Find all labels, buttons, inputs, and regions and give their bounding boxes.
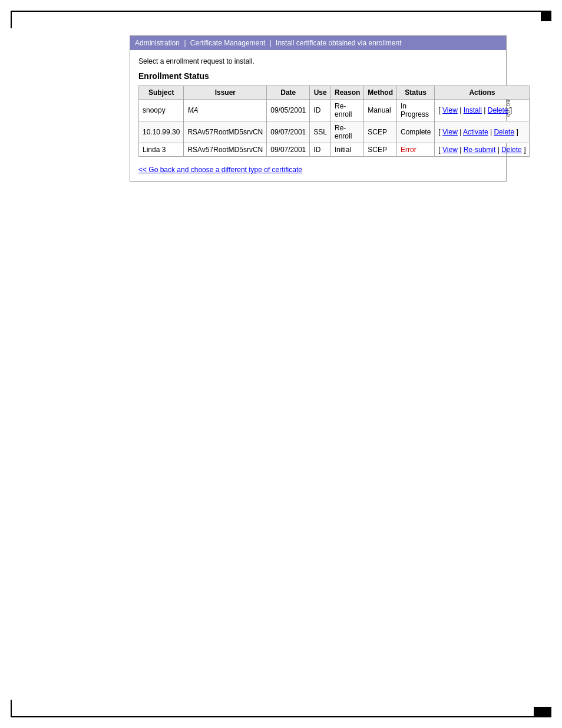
cell-actions: [ View | Activate | Delete ]: [435, 121, 530, 143]
cell-issuer: RSAv57RootMD5srvCN: [184, 121, 267, 143]
breadcrumb-part1: Administration: [135, 39, 180, 47]
cell-subject: 10.10.99.30: [139, 121, 184, 143]
back-link[interactable]: << Go back and choose a different type o…: [138, 166, 302, 174]
cell-reason: Initial: [330, 143, 363, 157]
cell-actions: [ View | Re-submit | Delete ]: [435, 143, 530, 157]
col-header-date: Date: [267, 86, 310, 100]
enrollment-table: Subject Issuer Date Use Reason Method St…: [138, 85, 530, 157]
cell-subject: snoopy: [139, 100, 184, 121]
cell-actions: [ View | Install | Delete ]: [435, 100, 530, 121]
table-row: Linda 3RSAv57RootMD5srvCN09/07/2001IDIni…: [139, 143, 530, 157]
cell-issuer: MA: [184, 100, 267, 121]
table-header-row: Subject Issuer Date Use Reason Method St…: [139, 86, 530, 100]
action-link-delete[interactable]: Delete: [494, 128, 514, 136]
action-link-install[interactable]: Install: [464, 106, 482, 114]
cell-status: In Progress: [397, 100, 435, 121]
cell-use: SSL: [310, 121, 331, 143]
col-header-actions: Actions: [435, 86, 530, 100]
breadcrumb-part3: Install certificate obtained via enrollm…: [276, 39, 401, 47]
cell-subject: Linda 3: [139, 143, 184, 157]
panel-body: Select a enrollment request to install. …: [130, 50, 506, 181]
col-header-issuer: Issuer: [184, 86, 267, 100]
cell-use: ID: [310, 100, 331, 121]
corner-mark-bl: [11, 716, 28, 717]
col-header-method: Method: [364, 86, 397, 100]
cell-reason: Re-enroll: [330, 100, 363, 121]
cell-reason: Re-enroll: [330, 121, 363, 143]
breadcrumb-sep2: |: [270, 39, 272, 47]
action-link-activate[interactable]: Activate: [463, 128, 488, 136]
page-content: Administration | Certificate Management …: [130, 35, 507, 182]
cell-date: 09/07/2001: [267, 121, 310, 143]
col-header-subject: Subject: [139, 86, 184, 100]
corner-mark-tr: [541, 11, 551, 21]
cell-status: Error: [397, 143, 435, 157]
section-title: Enrollment Status: [138, 71, 498, 81]
side-label: 60100: [505, 100, 511, 117]
table-row: snoopyMA09/05/2001IDRe-enrollManualIn Pr…: [139, 100, 530, 121]
panel-header: Administration | Certificate Management …: [130, 36, 506, 50]
col-header-use: Use: [310, 86, 331, 100]
cell-method: Manual: [364, 100, 397, 121]
col-header-status: Status: [397, 86, 435, 100]
border-top: [28, 11, 541, 12]
border-bottom: [28, 716, 541, 717]
main-panel: Administration | Certificate Management …: [130, 35, 507, 182]
corner-mark-tl: [11, 11, 28, 12]
cell-date: 09/07/2001: [267, 143, 310, 157]
action-link-view[interactable]: View: [442, 106, 458, 114]
panel-wrapper: Administration | Certificate Management …: [130, 35, 507, 182]
instruction-text: Select a enrollment request to install.: [138, 57, 498, 65]
action-link-re-submit[interactable]: Re-submit: [464, 146, 496, 154]
action-link-view[interactable]: View: [442, 128, 458, 136]
table-row: 10.10.99.30RSAv57RootMD5srvCN09/07/2001S…: [139, 121, 530, 143]
cell-method: SCEP: [364, 143, 397, 157]
cell-use: ID: [310, 143, 331, 157]
cell-status: Complete: [397, 121, 435, 143]
status-error-text: Error: [401, 146, 416, 154]
cell-date: 09/05/2001: [267, 100, 310, 121]
col-header-reason: Reason: [330, 86, 363, 100]
cell-method: SCEP: [364, 121, 397, 143]
action-link-delete[interactable]: Delete: [501, 146, 522, 154]
breadcrumb-sep1: |: [184, 39, 186, 47]
cell-issuer: RSAv57RootMD5srvCN: [184, 143, 267, 157]
breadcrumb-part2: Certificate Management: [190, 39, 265, 47]
action-link-view[interactable]: View: [442, 146, 458, 154]
